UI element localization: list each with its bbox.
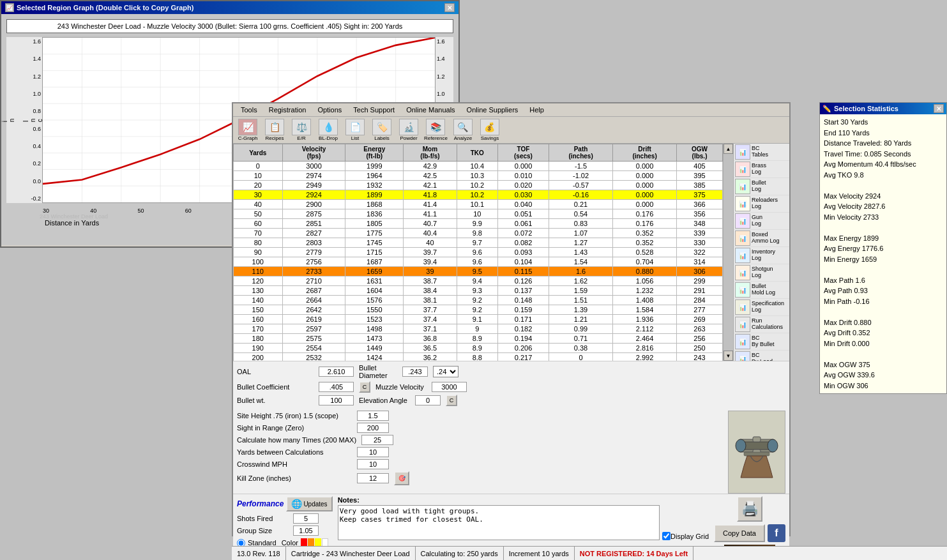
bullet-diameter-dropdown[interactable]: .243 bbox=[433, 366, 458, 377]
sidebar-btn-12[interactable]: 📊BC By Load bbox=[734, 351, 789, 361]
table-row[interactable]: 1402664157638.19.20.1481.511.408284 bbox=[234, 296, 723, 305]
perf-title: Performance bbox=[237, 499, 284, 508]
sidebar-btn-8[interactable]: 📊Bullet Mold Log bbox=[734, 282, 789, 299]
table-row[interactable]: 03000199942.910.40.000-1.50.000405 bbox=[234, 162, 723, 171]
table-scrollbar[interactable]: ▲ ▼ bbox=[723, 144, 733, 361]
bullet-diameter-input[interactable] bbox=[402, 367, 428, 377]
menu-tools[interactable]: Tools bbox=[236, 105, 262, 115]
toolbar-analyze[interactable]: 🔍 Analyze bbox=[450, 118, 476, 142]
bullet-wt-input[interactable] bbox=[319, 395, 354, 405]
col-mom: Mom(lb-f/s) bbox=[404, 144, 457, 162]
col-tof: TOF(secs) bbox=[497, 144, 549, 162]
table-row[interactable]: 702827177540.49.80.0721.070.352339 bbox=[234, 229, 723, 238]
stats-close-button[interactable]: ✕ bbox=[934, 104, 944, 113]
toolbar-bldrop[interactable]: 💧 BL-Drop bbox=[315, 118, 342, 142]
oal-input[interactable] bbox=[319, 367, 354, 377]
toolbar-er[interactable]: ⚖️ E/R bbox=[288, 118, 315, 142]
table-row[interactable]: 1802575147336.88.90.1940.712.464256 bbox=[234, 334, 723, 344]
bullet-coeff-input[interactable] bbox=[319, 382, 354, 392]
toolbar-reference[interactable]: 📚 Reference bbox=[422, 118, 450, 142]
stat-avg-path: Avg Path 0.93 bbox=[824, 285, 943, 296]
copy-data-button[interactable]: Copy Data bbox=[714, 524, 765, 542]
notes-textarea[interactable]: Very good load with tight groups. Keep c… bbox=[338, 505, 660, 540]
sidebar-icon-11: 📊 bbox=[735, 334, 750, 349]
toolbar-labels[interactable]: 🏷️ Labels bbox=[368, 118, 395, 142]
menu-online-suppliers[interactable]: Online Suppliers bbox=[462, 105, 524, 115]
stat-end-yards: End 110 Yards bbox=[824, 128, 943, 139]
form-row-yards-between: Yards between Calculations bbox=[237, 447, 728, 457]
table-row[interactable]: 2002532142436.28.80.21702.992243 bbox=[234, 353, 723, 361]
stat-avg-ogw: Avg OGW 339.6 bbox=[824, 370, 943, 381]
sidebar-btn-5[interactable]: 📊Boxed Ammo Log bbox=[734, 230, 789, 247]
print-button[interactable]: 🖨️ bbox=[737, 496, 762, 522]
table-row[interactable]: 1202710163138.79.40.1261.621.056299 bbox=[234, 276, 723, 286]
shots-fired-input[interactable] bbox=[293, 513, 319, 524]
sidebar-btn-7[interactable]: 📊Shotgun Log bbox=[734, 264, 789, 282]
table-row[interactable]: 11027331659399.50.1151.60.880306 bbox=[234, 267, 723, 276]
table-row[interactable]: 502875183641.1100.0510.540.176356 bbox=[234, 209, 723, 219]
sidebar-btn-6[interactable]: 📊Inventory Log bbox=[734, 247, 789, 264]
scroll-up[interactable]: ▲ bbox=[724, 144, 733, 154]
table-row[interactable]: 402900186841.410.10.0400.210.000366 bbox=[234, 200, 723, 209]
table-row[interactable]: 1602619152337.49.10.1711.211.936269 bbox=[234, 315, 723, 324]
menu-options[interactable]: Options bbox=[312, 105, 347, 115]
statusbar: 13.0 Rev. 118 Cartridge - 243 Winchester… bbox=[232, 546, 947, 560]
elevation-c-button[interactable]: C bbox=[446, 395, 457, 406]
crosswind-input[interactable] bbox=[357, 459, 389, 469]
updates-button[interactable]: 🌐 Updates bbox=[286, 496, 332, 511]
sidebar-btn-11[interactable]: 📊BC By Bullet bbox=[734, 333, 789, 351]
powder-label: Powder bbox=[400, 135, 417, 141]
site-height-input[interactable] bbox=[357, 411, 389, 421]
menu-tech-support[interactable]: Tech Support bbox=[348, 105, 400, 115]
settings-left: Site Height .75 (iron) 1.5 (scope) Sight… bbox=[237, 411, 728, 494]
toolbar-powder[interactable]: 🔬 Powder bbox=[395, 118, 422, 142]
table-row[interactable]: 1002756168739.49.60.1041.540.704314 bbox=[234, 257, 723, 267]
menu-online-manuals[interactable]: Online Manuals bbox=[401, 105, 460, 115]
scope-image bbox=[728, 411, 785, 494]
table-row[interactable]: 1502642155037.79.20.1591.391.584277 bbox=[234, 305, 723, 315]
scroll-down[interactable]: ▼ bbox=[724, 351, 733, 361]
sidebar-btn-10[interactable]: 📊Run Calculations bbox=[734, 316, 789, 333]
display-grid-checkbox[interactable] bbox=[662, 532, 670, 540]
coeff-c-button[interactable]: C bbox=[359, 381, 370, 393]
table-row[interactable]: 602851180540.79.90.0610.830.176348 bbox=[234, 219, 723, 229]
calc-times-input[interactable] bbox=[361, 435, 393, 445]
table-row[interactable]: 1902554144936.58.90.2060.382.816250 bbox=[234, 344, 723, 353]
elevation-angle-input[interactable] bbox=[415, 395, 441, 405]
form-row-oal: OAL Bullet Diameter .243 bbox=[237, 364, 785, 379]
sidebar-btn-1[interactable]: 📊Brass Log bbox=[734, 161, 789, 178]
scroll-track[interactable] bbox=[724, 154, 733, 351]
table-row[interactable]: 902779171539.79.60.0931.430.528322 bbox=[234, 248, 723, 257]
table-row[interactable]: 1702597149837.190.1820.992.112263 bbox=[234, 324, 723, 334]
sidebar-btn-9[interactable]: 📊Specification Log bbox=[734, 299, 789, 316]
group-size-input[interactable] bbox=[293, 526, 319, 536]
menu-registration[interactable]: Registration bbox=[264, 105, 312, 115]
toolbar-cgraph[interactable]: 📈 C-Graph bbox=[234, 118, 261, 142]
sidebar-btn-2[interactable]: 📊Bullet Log bbox=[734, 178, 789, 195]
table-row[interactable]: 302924189941.810.20.030-0.160.000375 bbox=[234, 190, 723, 200]
toolbar-recipes[interactable]: 📋 Recipes bbox=[261, 118, 288, 142]
yards-between-input[interactable] bbox=[357, 447, 389, 457]
facebook-button[interactable]: f bbox=[768, 524, 785, 542]
kill-zone-input[interactable] bbox=[357, 473, 389, 483]
sidebar-btn-3[interactable]: 📊Reloaders Log bbox=[734, 195, 789, 213]
table-row[interactable]: 102974196442.510.30.010-1.020.000395 bbox=[234, 171, 723, 181]
graph-close-button[interactable]: ✕ bbox=[444, 3, 455, 12]
reference-label: Reference bbox=[424, 135, 448, 141]
list-icon: 📄 bbox=[345, 119, 365, 135]
list-label: List bbox=[351, 135, 359, 141]
sidebar-btn-0[interactable]: 📊BC Tables bbox=[734, 144, 789, 161]
toolbar-savings[interactable]: 💰 Savings bbox=[476, 118, 503, 142]
table-row[interactable]: 8028031745409.70.0821.270.352330 bbox=[234, 238, 723, 248]
status-cartridge: Cartridge - 243 Winchester Deer Load bbox=[286, 547, 416, 560]
killzone-icon-button[interactable]: 🎯 bbox=[394, 471, 409, 485]
savings-icon: 💰 bbox=[480, 119, 499, 135]
table-row[interactable]: 202949193242.110.20.020-0.570.000385 bbox=[234, 181, 723, 190]
menu-help[interactable]: Help bbox=[524, 105, 549, 115]
table-row[interactable]: 1302687160438.49.30.1371.591.232291 bbox=[234, 286, 723, 296]
toolbar-list[interactable]: 📄 List bbox=[342, 118, 368, 142]
muzzle-velocity-input[interactable] bbox=[432, 382, 467, 392]
stat-min-drift: Min Drift 0.000 bbox=[824, 338, 943, 349]
sidebar-btn-4[interactable]: 📊Gun Log bbox=[734, 213, 789, 230]
sight-range-input[interactable] bbox=[357, 423, 389, 433]
